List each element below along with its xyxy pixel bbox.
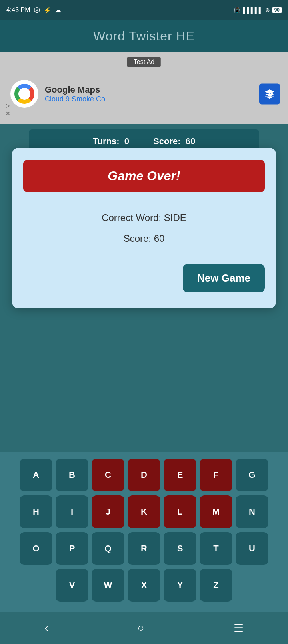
turns-value: 0 — [124, 136, 129, 146]
status-bar-left: 4:43 PM ☹ ⚡ ☁ — [6, 6, 61, 14]
turns-label: Turns: — [93, 136, 120, 146]
key-c[interactable]: C — [92, 459, 124, 491]
key-d[interactable]: D — [128, 459, 160, 491]
ad-subtitle: Cloud 9 Smoke Co. — [45, 95, 107, 103]
key-y[interactable]: Y — [164, 569, 196, 602]
key-t[interactable]: T — [200, 532, 232, 565]
status-bar: 4:43 PM ☹ ⚡ ☁ 📳 ▌▌▌▌▌ ⊛ 90 — [0, 0, 288, 20]
key-k[interactable]: K — [128, 495, 160, 528]
key-i[interactable]: I — [56, 495, 88, 528]
key-a[interactable]: A — [20, 459, 52, 491]
key-s[interactable]: S — [164, 532, 196, 565]
key-o[interactable]: O — [20, 532, 52, 565]
keyboard: ABCDEFGHIJKLMNOPQRSTUVWXYZ — [0, 452, 288, 612]
new-game-button[interactable]: New Game — [183, 264, 265, 292]
key-q[interactable]: Q — [92, 532, 124, 565]
key-x[interactable]: X — [128, 569, 160, 602]
key-l[interactable]: L — [164, 495, 196, 528]
wifi-icon: ⊛ — [265, 7, 270, 13]
key-v[interactable]: V — [56, 569, 88, 602]
key-n[interactable]: N — [236, 495, 268, 528]
score-value: 60 — [186, 136, 195, 146]
vibrate-icon: 📳 — [234, 7, 240, 13]
bottom-nav: ‹ ○ ☰ — [0, 612, 288, 644]
key-z[interactable]: Z — [200, 569, 232, 602]
keyboard-row: OPQRSTU — [4, 532, 284, 565]
score-label: Score: — [153, 136, 180, 146]
keyboard-row: VWXYZ — [4, 569, 284, 602]
back-button[interactable]: ‹ — [44, 622, 48, 634]
keyboard-row: ABCDEFG — [4, 459, 284, 491]
key-u[interactable]: U — [236, 532, 268, 565]
app-header: Word Twister HE — [0, 20, 288, 52]
key-r[interactable]: R — [128, 532, 160, 565]
ad-label: Test Ad — [127, 57, 161, 67]
turns-display: Turns: 0 — [93, 136, 129, 147]
time: 4:43 PM — [6, 6, 30, 14]
game-over-title: Game Over! — [23, 160, 265, 192]
signal-icon: ▌▌▌▌▌ — [243, 7, 263, 13]
game-over-modal: Game Over! Correct Word: SIDE Score: 60 … — [12, 148, 276, 308]
key-e[interactable]: E — [164, 459, 196, 491]
cloud-icon: ☁ — [55, 6, 61, 14]
ad-text: Google Maps Cloud 9 Smoke Co. — [45, 85, 107, 103]
key-w[interactable]: W — [92, 569, 124, 602]
usb-icon: ⚡ — [44, 6, 52, 14]
key-b[interactable]: B — [56, 459, 88, 491]
key-g[interactable]: G — [236, 459, 268, 491]
ad-controls: ▷ ✕ — [6, 102, 10, 117]
home-button[interactable]: ○ — [138, 622, 144, 634]
correct-word: Correct Word: SIDE — [23, 212, 265, 223]
app-title: Word Twister HE — [93, 29, 195, 44]
ad-close: ✕ — [6, 110, 10, 117]
ad-company: Google Maps — [45, 85, 107, 95]
key-j[interactable]: J — [92, 495, 124, 528]
status-bar-right: 📳 ▌▌▌▌▌ ⊛ 90 — [234, 7, 282, 13]
ad-banner: Test Ad Google Maps Cloud 9 Smoke Co. ▷ … — [0, 52, 288, 124]
key-m[interactable]: M — [200, 495, 232, 528]
ad-logo — [10, 80, 38, 108]
menu-button[interactable]: ☰ — [234, 622, 244, 635]
google-logo — [14, 84, 34, 104]
key-p[interactable]: P — [56, 532, 88, 565]
ad-arrow[interactable] — [259, 84, 280, 105]
keyboard-row: HIJKLMN — [4, 495, 284, 528]
final-score: Score: 60 — [23, 233, 265, 244]
whatsapp-icon: ☹ — [34, 6, 40, 14]
key-h[interactable]: H — [20, 495, 52, 528]
ad-play: ▷ — [6, 102, 10, 109]
score-display: Score: 60 — [153, 136, 195, 147]
key-f[interactable]: F — [200, 459, 232, 491]
battery-icon: 90 — [272, 7, 282, 13]
